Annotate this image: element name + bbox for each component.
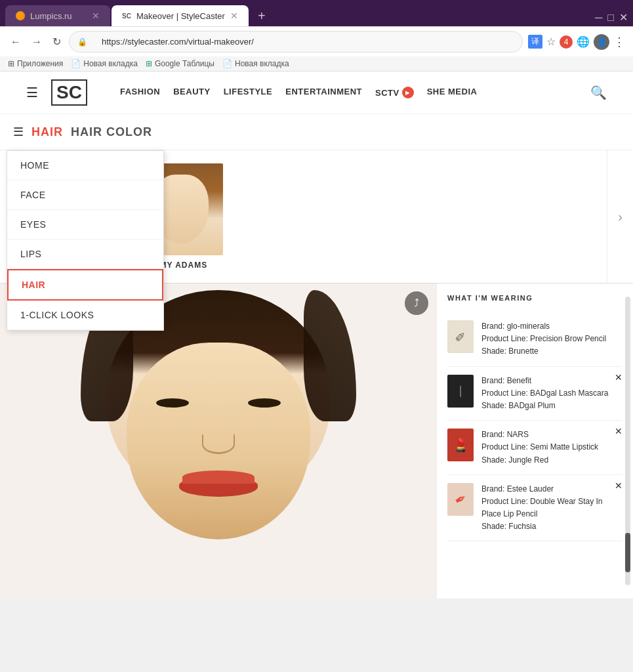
lock-icon: 🔒 <box>77 37 87 47</box>
product-mascara-info: Brand: Benefit Product Line: BADgal Lash… <box>481 375 608 413</box>
menu-dots-icon[interactable]: ⋮ <box>613 35 625 49</box>
face-area: ⤴ ADJUST + – BEFORE/AFTER REMOVE RESET <box>0 284 436 598</box>
back-button[interactable]: ← <box>8 35 24 49</box>
new-tab-button[interactable]: + <box>250 6 274 26</box>
scrollbar-thumb[interactable] <box>625 533 630 572</box>
product-brow-img: ✏ <box>447 320 474 353</box>
bookmarks-bar: ⊞ Приложения 📄 Новая вкладка ⊞ Google Та… <box>0 56 633 72</box>
product-brow-info: Brand: glo-minerals Product Line: Precis… <box>481 320 606 358</box>
nav-fashion[interactable]: FASHION <box>120 87 160 98</box>
wearing-panel: WHAT I'M WEARING ✏ Brand: glo-minerals P… <box>436 284 633 598</box>
product-brow-line: Product Line: Precision Brow Pencil <box>481 333 606 345</box>
tab-stylecaster[interactable]: SC Makeover | StyleCaster ✕ <box>112 5 249 26</box>
nav-sctv[interactable]: SCTV ▶ <box>375 87 414 98</box>
product-mascara-brand: Brand: Benefit <box>481 375 608 387</box>
translate-icon[interactable]: 译 <box>528 35 542 49</box>
tab-haircolor[interactable]: HAIR COLOR <box>71 125 152 139</box>
nav-sctv-label: SCTV <box>375 88 399 98</box>
liner-icon: ✒ <box>451 489 470 510</box>
bookmark-sheets[interactable]: ⊞ Google Таблицы <box>146 59 214 68</box>
bookmark-apps[interactable]: ⊞ Приложения <box>8 59 63 68</box>
product-lipstick-brand: Brand: NARS <box>481 429 598 441</box>
site-logo: SC <box>51 79 87 106</box>
dropdown-home[interactable]: HOME <box>7 151 163 180</box>
share-icon: ⤴ <box>414 297 419 309</box>
product-lipstick-info: Brand: NARS Product Line: Semi Matte Lip… <box>481 429 598 467</box>
forward-button[interactable]: → <box>29 35 45 49</box>
product-mascara-shade: Shade: BADgal Plum <box>481 400 608 412</box>
nav-shemedia[interactable]: SHE MEDIA <box>427 87 478 98</box>
section-hamburger-icon[interactable]: ☰ <box>13 125 24 139</box>
product-lipstick-img: 💄 <box>447 429 474 461</box>
makeover-main: ⤴ ADJUST + – BEFORE/AFTER REMOVE RESET <box>0 284 633 598</box>
product-mascara: | Brand: Benefit Product Line: BADgal La… <box>447 367 623 421</box>
dropdown-lips[interactable]: LIPS <box>7 240 163 269</box>
tab-lumpics-close[interactable]: ✕ <box>92 10 100 21</box>
lipstick-icon: 💄 <box>453 437 469 453</box>
main-content: ☰ HAIR HAIR COLOR HOME FACE EYES LIPS HA… <box>0 114 633 598</box>
website: ☰ SC FASHION BEAUTY LIFESTYLE ENTERTAINM… <box>0 72 633 598</box>
face-illustration <box>81 290 356 592</box>
tab-lumpics[interactable]: 🟠 Lumpics.ru ✕ <box>5 5 110 26</box>
browser-extension-icon[interactable]: 🌐 <box>577 35 590 48</box>
bookmark-apps-label: Приложения <box>17 59 63 68</box>
sc-favicon: SC <box>122 11 131 20</box>
close-button[interactable]: ✕ <box>619 11 628 24</box>
extension-icon[interactable]: 4 <box>560 35 573 49</box>
dropdown-menu: HOME FACE EYES LIPS HAIR 1-CLICK LOOKS <box>7 150 164 331</box>
bookmark-newtab1[interactable]: 📄 Новая вкладка <box>71 59 138 68</box>
product-lipliner-line: Product Line: Double Wear Stay In Place … <box>481 495 623 520</box>
share-button[interactable]: ⤴ <box>405 291 428 315</box>
dropdown-1click[interactable]: 1-CLICK LOOKS <box>7 301 163 330</box>
pencil-icon: ✏ <box>451 327 470 346</box>
product-mascara-img: | <box>447 375 474 408</box>
product-brow-brand: Brand: glo-minerals <box>481 320 606 333</box>
tab-lumpics-label: Lumpics.ru <box>30 11 72 21</box>
dropdown-face[interactable]: FACE <box>7 180 163 210</box>
browser-chrome: 🟠 Lumpics.ru ✕ SC Makeover | StyleCaster… <box>0 0 633 72</box>
product-lipstick-shade: Shade: Jungle Red <box>481 454 598 467</box>
tab-stylecaster-close[interactable]: ✕ <box>230 10 238 21</box>
bookmark-newtab2-label: Новая вкладка <box>235 59 289 68</box>
site-nav: FASHION BEAUTY LIFESTYLE ENTERTAINMENT S… <box>120 87 477 98</box>
face-canvas: ⤴ <box>0 284 436 598</box>
profile-icon[interactable]: 👤 <box>594 34 609 50</box>
site-hamburger-icon[interactable]: ☰ <box>26 85 38 100</box>
product-lipliner: ✒ Brand: Estee Lauder Product Line: Doub… <box>447 475 623 542</box>
scrollbar-track <box>625 297 630 585</box>
address-bar: ← → ↻ 🔒 译 ☆ 4 🌐 👤 ⋮ <box>0 26 633 56</box>
maximize-button[interactable]: □ <box>607 12 614 24</box>
bookmark-newtab1-label: Новая вкладка <box>83 59 138 68</box>
product-lipliner-close[interactable]: ✕ <box>615 480 623 491</box>
nav-lifestyle[interactable]: LIFESTYLE <box>224 87 273 98</box>
product-brow-pencil: ✏ Brand: glo-minerals Product Line: Prec… <box>447 312 623 367</box>
dropdown-eyes[interactable]: EYES <box>7 210 163 240</box>
tab-bar: 🟠 Lumpics.ru ✕ SC Makeover | StyleCaster… <box>0 0 633 26</box>
product-mascara-close[interactable]: ✕ <box>615 372 623 383</box>
play-icon: ▶ <box>402 87 414 98</box>
site-header: ☰ SC FASHION BEAUTY LIFESTYLE ENTERTAINM… <box>0 72 633 114</box>
tab-stylecaster-label: Makeover | StyleCaster <box>136 11 225 21</box>
dropdown-hair[interactable]: HAIR <box>7 269 163 301</box>
product-lipstick-close[interactable]: ✕ <box>615 426 623 436</box>
next-celeb-button[interactable]: › <box>607 150 633 283</box>
nav-entertainment[interactable]: ENTERTAINMENT <box>285 87 362 98</box>
refresh-button[interactable]: ↻ <box>50 34 64 49</box>
product-lipliner-info: Brand: Estee Lauder Product Line: Double… <box>481 483 623 534</box>
tab-hair[interactable]: HAIR <box>31 125 63 139</box>
mascara-icon: | <box>459 384 462 398</box>
bookmark-newtab2[interactable]: 📄 Новая вкладка <box>222 59 289 68</box>
product-mascara-line: Product Line: BADgal Lash Mascara <box>481 387 608 400</box>
star-icon[interactable]: ☆ <box>546 35 556 48</box>
nav-beauty[interactable]: BEAUTY <box>173 87 210 98</box>
browser-actions: 译 ☆ 4 🌐 👤 ⋮ <box>528 34 625 50</box>
section-tabs: ☰ HAIR HAIR COLOR <box>0 114 633 150</box>
product-lipliner-img: ✒ <box>447 483 474 516</box>
minimize-button[interactable]: ─ <box>595 12 602 24</box>
search-icon[interactable]: 🔍 <box>590 85 607 100</box>
product-brow-shade: Shade: Brunette <box>481 345 606 358</box>
lumpics-favicon: 🟠 <box>16 11 25 20</box>
section-header: ☰ HAIR HAIR COLOR HOME FACE EYES LIPS HA… <box>0 114 633 150</box>
wearing-title: WHAT I'M WEARING <box>447 294 623 302</box>
address-input[interactable] <box>91 34 514 49</box>
